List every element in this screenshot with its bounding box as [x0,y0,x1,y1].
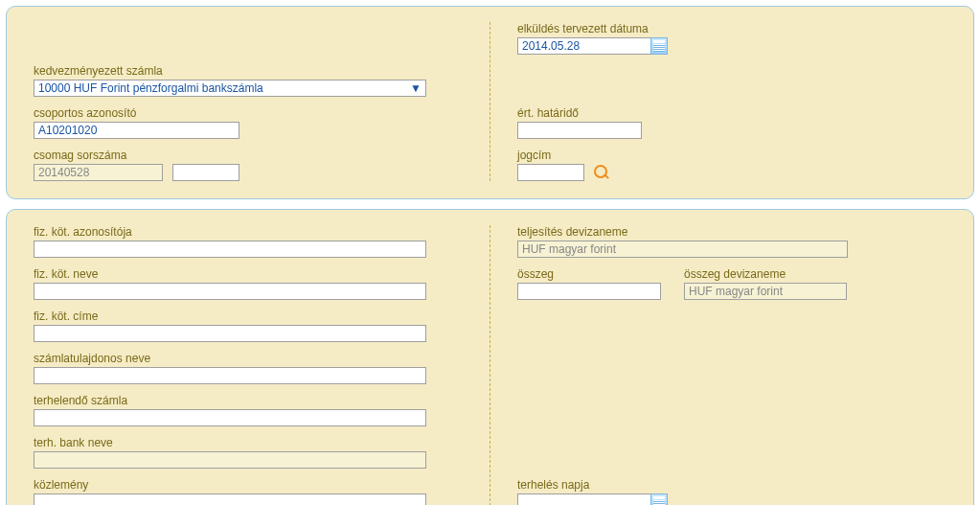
input-send-date[interactable] [517,37,651,55]
field-deadline: ért. határidő [517,106,946,139]
field-owner-name: számlatulajdonos neve [34,352,463,384]
row-amount: összeg összeg devizaneme [517,267,946,310]
input-payer-addr[interactable] [34,325,426,342]
label-payer-name: fiz. köt. neve [34,267,463,281]
label-memo: közlemény [34,478,463,492]
label-debit-account: terhelendő számla [34,394,463,407]
field-package-seq: csomag sorszáma [34,149,463,181]
field-group-id: csoportos azonosító [34,106,463,139]
calendar-icon[interactable] [650,37,668,55]
label-deadline: ért. határidő [517,106,946,120]
input-debit-bank [34,451,426,469]
label-package-seq: csomag sorszáma [34,149,463,162]
label-perf-currency: teljesítés devizaneme [517,225,946,239]
dropdown-beneficiary-account[interactable]: 10000 HUF Forint pénzforgalmi bankszámla… [34,80,426,97]
label-owner-name: számlatulajdonos neve [34,352,463,365]
label-group-id: csoportos azonosító [34,106,463,120]
header-left-col: kedvezményezett számla 10000 HUF Forint … [34,22,490,181]
detail-right-col: teljesítés devizaneme összeg összeg devi… [490,225,946,505]
input-package-seq-2[interactable] [172,164,239,181]
label-amount: összeg [517,267,661,281]
input-debit-account[interactable] [34,409,426,426]
label-debit-bank: terh. bank neve [34,436,463,449]
field-debit-bank: terh. bank neve [34,436,463,469]
field-payer-addr: fiz. köt. címe [34,310,463,342]
calendar-icon[interactable] [650,494,668,505]
label-debit-date: terhelés napja [517,478,946,492]
label-title: jogcím [517,149,946,162]
chevron-down-icon: ▼ [410,82,422,94]
field-memo: közlemény [34,478,463,505]
field-debit-date: terhelés napja [517,478,946,505]
field-payer-name: fiz. köt. neve [34,267,463,300]
input-amount-currency [684,283,847,300]
input-owner-name[interactable] [34,367,426,384]
label-amount-currency: összeg devizaneme [684,267,847,281]
label-payer-id: fiz. köt. azonosítója [34,225,463,239]
header-right-col: elküldés tervezett dátuma ért. határidő … [490,22,946,181]
field-amount: összeg [517,267,661,300]
input-group-id[interactable] [34,122,239,139]
label-send-date: elküldés tervezett dátuma [517,22,946,35]
input-memo[interactable] [34,494,426,505]
field-title: jogcím [517,149,946,181]
input-payer-id[interactable] [34,241,426,258]
search-icon[interactable] [594,165,609,180]
field-beneficiary-account: kedvezményezett számla 10000 HUF Forint … [34,64,463,97]
input-debit-date[interactable] [517,494,651,505]
input-title[interactable] [517,164,584,181]
field-debit-account: terhelendő számla [34,394,463,426]
input-payer-name[interactable] [34,283,426,300]
dropdown-beneficiary-account-value: 10000 HUF Forint pénzforgalmi bankszámla [38,81,263,95]
detail-left-col: fiz. köt. azonosítója fiz. köt. neve fiz… [34,225,490,505]
input-perf-currency [517,241,848,258]
field-payer-id: fiz. köt. azonosítója [34,225,463,258]
field-send-date: elküldés tervezett dátuma [517,22,946,55]
panel-header: kedvezményezett számla 10000 HUF Forint … [6,6,974,199]
field-amount-currency: összeg devizaneme [684,267,847,300]
field-perf-currency: teljesítés devizaneme [517,225,946,258]
input-deadline[interactable] [517,122,642,139]
input-amount[interactable] [517,283,661,300]
input-package-seq-1 [34,164,163,181]
panel-detail: fiz. köt. azonosítója fiz. köt. neve fiz… [6,209,974,505]
label-beneficiary-account: kedvezményezett számla [34,64,463,78]
label-payer-addr: fiz. köt. címe [34,310,463,323]
